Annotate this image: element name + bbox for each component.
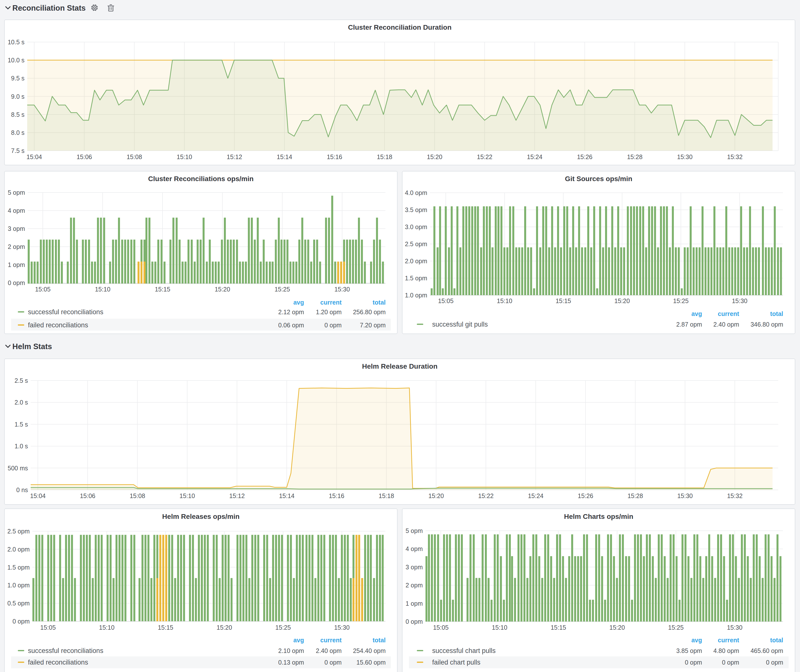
svg-text:Reconciliation Stats: Reconciliation Stats [12,4,86,12]
svg-text:Helm Stats: Helm Stats [12,342,52,351]
